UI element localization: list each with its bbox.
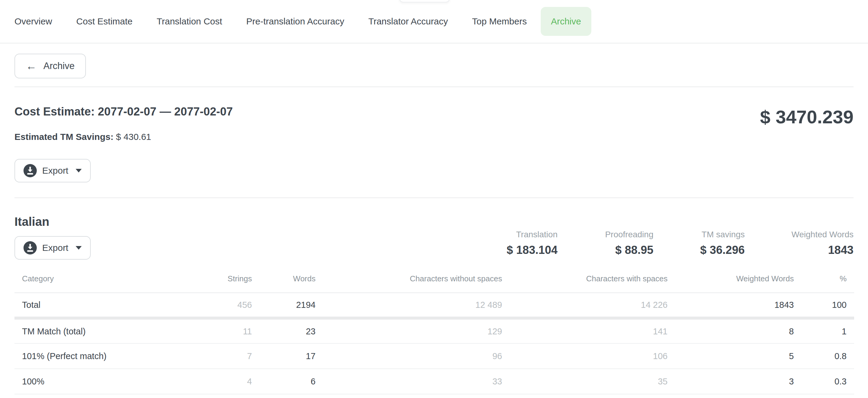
value-cell: 0.3 bbox=[794, 369, 854, 394]
stat-proofreading: Proofreading$ 88.95 bbox=[558, 229, 653, 257]
value-cell: 7 bbox=[169, 343, 252, 369]
value-cell: 5 bbox=[668, 343, 794, 369]
value-cell: 8 bbox=[668, 318, 794, 343]
tm-savings-line: Estimated TM Savings: $ 430.61 bbox=[14, 131, 233, 142]
table-row-total: Total456219412 48914 2261843100 bbox=[14, 293, 854, 318]
column-header-category: Category bbox=[14, 259, 169, 293]
report-tabs: OverviewCost EstimateTranslation CostPre… bbox=[0, 0, 868, 43]
table-row-101-perfect-match: 101% (Perfect match)7179610650.8 bbox=[14, 343, 854, 369]
value-cell: 1843 bbox=[668, 293, 794, 318]
page-title: Cost Estimate: 2077-02-07 — 2077-02-07 bbox=[14, 104, 233, 119]
value-cell: 4 bbox=[169, 369, 252, 394]
tab-top-members[interactable]: Top Members bbox=[462, 7, 537, 36]
export-report-button[interactable]: Export bbox=[14, 159, 91, 182]
value-cell: 129 bbox=[315, 318, 502, 343]
language-section: Italian Export Translation$ 183.104Proof… bbox=[0, 198, 868, 259]
export-language-button[interactable]: Export bbox=[14, 236, 91, 259]
stat-value: $ 88.95 bbox=[558, 243, 653, 257]
archive-back-button[interactable]: ← Archive bbox=[14, 54, 86, 79]
cost-estimate-report-page: OverviewCost EstimateTranslation CostPre… bbox=[0, 0, 868, 398]
value-cell: 33 bbox=[315, 369, 502, 394]
export-button-label: Export bbox=[42, 243, 68, 253]
tm-savings-label: Estimated TM Savings: bbox=[14, 132, 113, 142]
stat-value: $ 183.104 bbox=[507, 243, 558, 257]
value-cell: 0.8 bbox=[794, 343, 854, 369]
stat-value: 1843 bbox=[745, 243, 854, 257]
stat-weighted-words: Weighted Words1843 bbox=[745, 229, 854, 257]
category-table: CategoryStringsWordsCharacters without s… bbox=[14, 259, 854, 394]
table-header-row: CategoryStringsWordsCharacters without s… bbox=[14, 259, 854, 293]
value-cell: 6 bbox=[252, 369, 315, 394]
value-cell: 2194 bbox=[252, 293, 315, 318]
download-icon bbox=[24, 241, 37, 254]
export-button-label: Export bbox=[42, 165, 68, 176]
table-row-100: 100%46333530.3 bbox=[14, 369, 854, 394]
report-header-left: Cost Estimate: 2077-02-07 — 2077-02-07 E… bbox=[14, 87, 233, 197]
language-section-left: Italian Export bbox=[14, 198, 91, 259]
value-cell: 11 bbox=[169, 318, 252, 343]
column-header-strings: Strings bbox=[169, 259, 252, 293]
archive-back-label: Archive bbox=[43, 61, 74, 71]
value-cell: 14 226 bbox=[502, 293, 668, 318]
value-cell: 456 bbox=[169, 293, 252, 318]
tab-overview[interactable]: Overview bbox=[4, 7, 62, 36]
category-cell: Total bbox=[14, 293, 169, 318]
value-cell: 17 bbox=[252, 343, 315, 369]
value-cell: 100 bbox=[794, 293, 854, 318]
chevron-down-icon bbox=[76, 169, 82, 173]
value-cell: 12 489 bbox=[315, 293, 502, 318]
stat-label: TM savings bbox=[653, 229, 745, 240]
stat-translation: Translation$ 183.104 bbox=[507, 229, 558, 257]
tab-archive[interactable]: Archive bbox=[541, 7, 591, 36]
category-cell: TM Match (total) bbox=[14, 318, 169, 343]
value-cell: 1 bbox=[794, 318, 854, 343]
value-cell: 141 bbox=[502, 318, 668, 343]
stat-tm-savings: TM savings$ 36.296 bbox=[653, 229, 745, 257]
language-stats: Translation$ 183.104Proofreading$ 88.95T… bbox=[507, 229, 854, 257]
total-cost-value: $ 3470.239 bbox=[760, 106, 854, 127]
value-cell: 35 bbox=[502, 369, 668, 394]
stat-value: $ 36.296 bbox=[653, 243, 745, 257]
column-header-weighted-words: Weighted Words bbox=[668, 259, 794, 293]
arrow-left-icon: ← bbox=[26, 61, 37, 71]
value-cell: 23 bbox=[252, 318, 315, 343]
category-cell: 101% (Perfect match) bbox=[14, 343, 169, 369]
column-header-characters-with-spaces: Characters with spaces bbox=[502, 259, 668, 293]
tab-pre-translation-accuracy[interactable]: Pre-translation Accuracy bbox=[236, 7, 354, 36]
stat-label: Proofreading bbox=[558, 229, 653, 240]
stat-label: Weighted Words bbox=[745, 229, 854, 240]
tm-savings-value: $ 430.61 bbox=[116, 132, 151, 142]
report-header: Cost Estimate: 2077-02-07 — 2077-02-07 E… bbox=[0, 87, 868, 197]
tab-translation-cost[interactable]: Translation Cost bbox=[147, 7, 232, 36]
value-cell: 106 bbox=[502, 343, 668, 369]
chevron-down-icon bbox=[76, 246, 82, 250]
tab-translator-accuracy[interactable]: Translator Accuracy bbox=[358, 7, 458, 36]
column-header-characters-without-spaces: Characters without spaces bbox=[315, 259, 502, 293]
stat-label: Translation bbox=[507, 229, 558, 240]
language-title: Italian bbox=[14, 214, 91, 229]
column-header-words: Words bbox=[252, 259, 315, 293]
value-cell: 3 bbox=[668, 369, 794, 394]
value-cell: 96 bbox=[315, 343, 502, 369]
cutoff-popover bbox=[399, 0, 450, 2]
table-row-tm-match-total: TM Match (total)112312914181 bbox=[14, 318, 854, 343]
tab-cost-estimate[interactable]: Cost Estimate bbox=[66, 7, 143, 36]
download-icon bbox=[24, 164, 37, 177]
column-header-: % bbox=[794, 259, 854, 293]
category-cell: 100% bbox=[14, 369, 169, 394]
